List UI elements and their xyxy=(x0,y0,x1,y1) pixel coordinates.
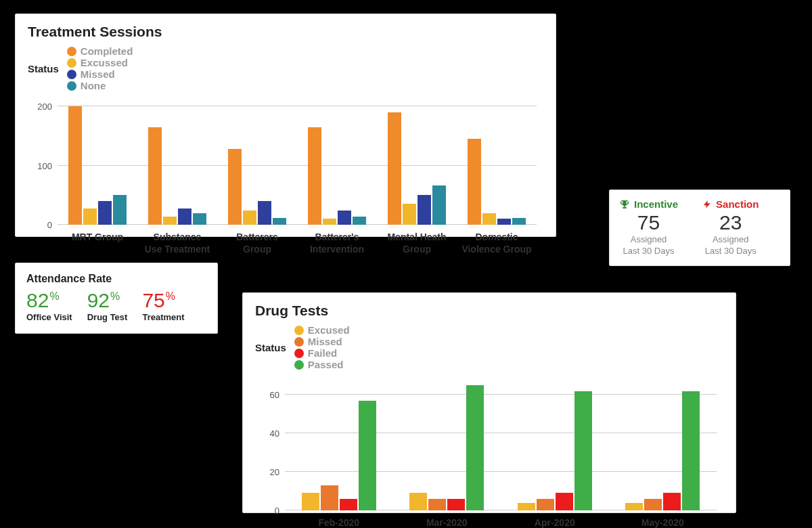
bar-group: Apr-2020 xyxy=(501,385,609,510)
x-tick-label: Mar-2020 xyxy=(426,517,468,528)
bar xyxy=(193,213,206,225)
y-tick-label: 100 xyxy=(37,160,58,171)
drugtests-legend: Status Excused Missed Failed Passed xyxy=(255,324,723,370)
x-tick-label: Batterer's Intervention xyxy=(310,232,364,255)
bar xyxy=(682,391,700,510)
legend-label: Passed xyxy=(308,359,344,370)
bar xyxy=(447,499,465,510)
plot-area: MRT GroupSubstance Use TreatmentBatterer… xyxy=(58,106,537,225)
incentive-sanction-card: Incentive75AssignedLast 30 DaysSanction2… xyxy=(609,190,790,266)
trophy-icon xyxy=(619,199,630,210)
legend-label: Missed xyxy=(308,336,342,347)
legend-item[interactable]: Passed xyxy=(294,359,350,370)
treatment-legend: Status Completed Excussed Missed None xyxy=(28,45,543,91)
legend-swatch xyxy=(67,58,76,68)
bar xyxy=(409,493,427,510)
legend-item[interactable]: Failed xyxy=(294,347,350,359)
stat-sub: Assigned xyxy=(713,234,748,246)
attendance-item: 82%Office Visit xyxy=(26,290,72,322)
y-tick-label: 60 xyxy=(270,390,285,400)
treatment-legend-title: Status xyxy=(28,63,59,74)
bar xyxy=(273,218,286,225)
legend-label: Excused xyxy=(308,324,350,336)
sanction-value: 23 xyxy=(719,211,742,234)
incentive-header: Incentive xyxy=(619,198,678,210)
sanction-stat: Sanction23AssignedLast 30 Days xyxy=(702,198,759,257)
bar xyxy=(148,127,162,225)
bar xyxy=(574,391,592,510)
plot-area: Feb-2020Mar-2020Apr-2020May-2020 xyxy=(285,385,717,510)
legend-label: Completed xyxy=(81,45,133,57)
x-tick-label: MRT Group xyxy=(72,232,123,244)
bar-group: Domestic Violence Group xyxy=(457,106,537,225)
bar xyxy=(432,185,446,225)
x-tick-label: May-2020 xyxy=(641,517,684,528)
attendance-label: Drug Test xyxy=(87,312,128,322)
bar xyxy=(340,499,357,510)
bar-group: Batterers Group xyxy=(217,106,297,225)
y-tick-label: 0 xyxy=(47,220,58,230)
x-tick-label: Substance Use Treatment xyxy=(145,232,210,255)
treatment-chart: 0100200MRT GroupSubstance Use TreatmentB… xyxy=(58,106,537,225)
incentive-sanction-row: Incentive75AssignedLast 30 DaysSanction2… xyxy=(619,198,780,257)
legend-swatch xyxy=(294,326,304,335)
legend-label: Excussed xyxy=(81,57,128,68)
bolt-icon xyxy=(702,199,712,210)
legend-item[interactable]: Missed xyxy=(294,336,350,347)
y-tick-label: 40 xyxy=(270,428,285,439)
bar xyxy=(482,213,496,225)
legend-item[interactable]: Excused xyxy=(294,324,350,336)
bar xyxy=(428,499,446,510)
attendance-value: 82% xyxy=(26,290,72,311)
bar xyxy=(625,503,643,510)
bar-group: Mar-2020 xyxy=(393,385,501,510)
bar xyxy=(353,217,366,225)
legend-item[interactable]: Missed xyxy=(67,68,133,80)
stat-sub: Last 30 Days xyxy=(705,246,757,257)
bar xyxy=(98,201,112,225)
bar xyxy=(68,106,82,225)
bar xyxy=(403,204,416,225)
bar xyxy=(113,195,127,225)
bar-group: Batterer's Intervention xyxy=(297,106,377,225)
stat-sub: Last 30 Days xyxy=(623,246,675,257)
attendance-rate-card: Attendance Rate 82%Office Visit92%Drug T… xyxy=(15,263,218,334)
bar xyxy=(323,219,336,225)
bar-group: Feb-2020 xyxy=(285,385,393,510)
legend-item[interactable]: Excussed xyxy=(67,57,133,68)
bar xyxy=(468,139,481,225)
drugtests-legend-title: Status xyxy=(255,342,286,353)
bar xyxy=(359,401,376,510)
bar xyxy=(302,493,319,510)
bar xyxy=(258,201,271,225)
incentive-stat: Incentive75AssignedLast 30 Days xyxy=(619,198,678,257)
bar xyxy=(388,112,401,225)
bar-group: Substance Use Treatment xyxy=(137,106,217,225)
bar-group: MRT Group xyxy=(58,106,137,225)
x-tick-label: Batterers Group xyxy=(236,232,277,255)
legend-item[interactable]: Completed xyxy=(67,45,133,57)
drugtests-title: Drug Tests xyxy=(255,303,723,319)
bar xyxy=(163,217,177,225)
bar xyxy=(466,385,484,510)
attendance-label: Office Visit xyxy=(26,312,72,322)
legend-label: Missed xyxy=(81,68,115,80)
legend-label: None xyxy=(81,80,106,91)
bar xyxy=(512,218,526,225)
attendance-title: Attendance Rate xyxy=(26,273,206,285)
attendance-items: 82%Office Visit92%Drug Test75%Treatment xyxy=(26,290,206,322)
bar xyxy=(83,208,97,225)
legend-swatch xyxy=(294,360,304,370)
sanction-header: Sanction xyxy=(702,198,759,210)
legend-item[interactable]: None xyxy=(67,80,133,91)
attendance-label: Treatment xyxy=(142,312,184,322)
legend-label: Failed xyxy=(308,347,337,359)
bar xyxy=(308,127,321,225)
bar-group: May-2020 xyxy=(609,385,717,510)
treatment-sessions-card: Treatment Sessions Status Completed Excu… xyxy=(15,14,556,237)
bar xyxy=(338,211,351,225)
bar xyxy=(228,149,242,225)
x-tick-label: Feb-2020 xyxy=(318,517,359,528)
sanction-label: Sanction xyxy=(716,198,759,210)
attendance-value: 92% xyxy=(87,290,128,311)
